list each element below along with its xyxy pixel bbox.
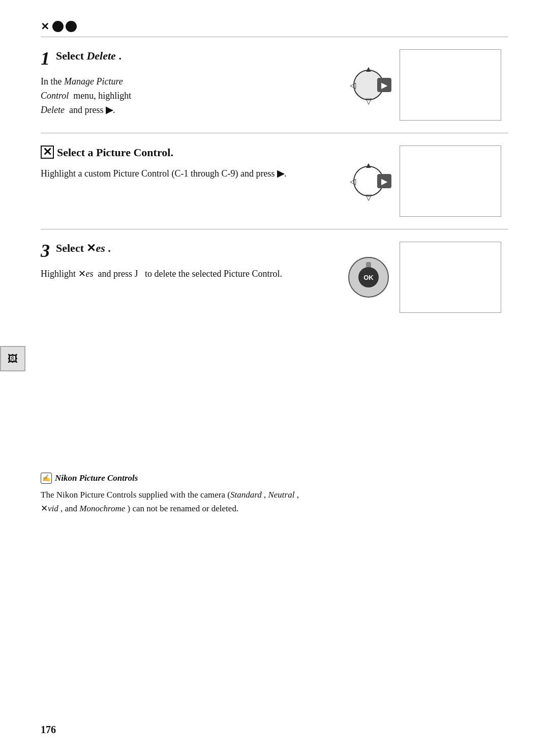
dpad-right-arrow: ▶ bbox=[381, 80, 387, 90]
dpad-bottom-btn: ▽ bbox=[361, 94, 376, 108]
step-1-body-text: In the Manage PictureControl menu, highl… bbox=[41, 76, 131, 115]
note-title-row: ✍ Nikon Picture Controls bbox=[41, 473, 508, 484]
header-circles bbox=[52, 21, 77, 32]
step-1-diagram: ▲ ▽ ◁ ▶ bbox=[346, 62, 391, 108]
header-x-icon: ✕ bbox=[41, 20, 49, 33]
step-1-title-suffix: . bbox=[118, 49, 121, 62]
dpad-left-btn: ◁ bbox=[346, 78, 360, 92]
step-3-right: OK bbox=[346, 242, 508, 313]
step-3-italic: es bbox=[96, 242, 105, 254]
step-2-body: Highlight a custom Picture Control (C-1 … bbox=[41, 167, 336, 181]
dpad2-up-arrow: ▲ bbox=[364, 161, 373, 170]
step-1-arrow: ▶ bbox=[106, 105, 113, 115]
circle-1 bbox=[52, 21, 64, 32]
step-2-right: ▲ ▽ ◁ ▶ bbox=[346, 146, 508, 217]
step-1-title-italic: Delete bbox=[86, 49, 115, 62]
dpad2-right-arrow: ▶ bbox=[381, 177, 387, 186]
step-3-image-box bbox=[400, 242, 501, 313]
step-3-number: 3 bbox=[41, 242, 50, 260]
step-1-body: In the Manage PictureControl menu, highl… bbox=[41, 75, 336, 118]
step-2-arrow: ▶ bbox=[277, 168, 284, 179]
step-3-title-row: 3 Select ✕es . bbox=[41, 242, 336, 260]
note-neutral: Neutral bbox=[268, 490, 294, 500]
step-2-body-text: Highlight a custom Picture Control (C-1 … bbox=[41, 168, 286, 179]
step-2-dpad: ▲ ▽ ◁ ▶ bbox=[346, 158, 391, 204]
step-3-left: 3 Select ✕es . Highlight ✕es and press J… bbox=[41, 242, 346, 281]
step-1-title-prefix: Select bbox=[56, 49, 84, 62]
sidebar-tab[interactable]: 🖼 bbox=[0, 346, 25, 371]
step-1-italic2: Delete bbox=[41, 105, 65, 115]
dpad2-bottom-btn: ▽ bbox=[361, 190, 376, 204]
step-3-section: 3 Select ✕es . Highlight ✕es and press J… bbox=[41, 229, 508, 325]
circle-2 bbox=[66, 21, 77, 32]
step-3-symbol: ✕ bbox=[86, 242, 96, 254]
dpad-up-arrow: ▲ bbox=[364, 65, 373, 74]
page-number: 176 bbox=[41, 724, 56, 736]
step-1-title-row: 1 Select Delete . bbox=[41, 49, 336, 68]
step-3-body-italic: es bbox=[86, 269, 94, 279]
step-1-image-box bbox=[400, 49, 501, 121]
note-vivid: vid bbox=[48, 504, 58, 513]
dpad2-left-arrow: ◁ bbox=[350, 177, 356, 186]
step-2-checkbox: ✕ bbox=[41, 146, 54, 159]
dpad-top-btn: ▲ bbox=[361, 62, 376, 76]
step-2-image-box bbox=[400, 146, 501, 217]
step-2-section: ✕ Select a Picture Control. Highlight a … bbox=[41, 133, 508, 229]
dpad2-down-arrow: ▽ bbox=[365, 192, 372, 202]
step-2-diagram: ▲ ▽ ◁ ▶ bbox=[346, 158, 391, 204]
step-3-prefix: Select bbox=[56, 242, 84, 254]
note-body-text: The Nikon Picture Controls supplied with… bbox=[41, 490, 299, 513]
dpad2-top-btn: ▲ bbox=[361, 158, 376, 172]
step-1-italic1: Manage PictureControl bbox=[41, 76, 123, 101]
step-3-body-text: Highlight ✕es and press J to delete the … bbox=[41, 269, 282, 279]
step-2-title: Select a Picture Control. bbox=[57, 146, 173, 159]
dpad-left-arrow: ◁ bbox=[350, 80, 356, 90]
note-symbol: ✕ bbox=[41, 504, 48, 513]
step-1-right: ▲ ▽ ◁ ▶ bbox=[346, 49, 508, 121]
ok-dial-inner: OK bbox=[358, 267, 379, 287]
step-3-diagram: OK bbox=[346, 254, 391, 300]
step-3-suffix: . bbox=[108, 242, 111, 254]
step-1-number: 1 bbox=[41, 49, 50, 68]
step-1-section: 1 Select Delete . In the Manage PictureC… bbox=[41, 37, 508, 133]
dpad-right-btn: ▶ bbox=[377, 78, 391, 92]
dpad2-right-btn: ▶ bbox=[377, 174, 391, 188]
step-3-title: Select ✕es . bbox=[56, 242, 111, 255]
note-body: The Nikon Picture Controls supplied with… bbox=[41, 488, 508, 515]
step-1-title: Select Delete . bbox=[56, 49, 121, 63]
note-standard: Standard bbox=[230, 490, 262, 500]
dpad-down-arrow: ▽ bbox=[365, 96, 372, 106]
note-title-text: Nikon Picture Controls bbox=[55, 473, 138, 483]
bottom-note: ✍ Nikon Picture Controls The Nikon Pictu… bbox=[41, 468, 508, 515]
step-1-left: 1 Select Delete . In the Manage PictureC… bbox=[41, 49, 346, 118]
note-icon: ✍ bbox=[41, 473, 52, 484]
step-2-title-row: ✕ Select a Picture Control. bbox=[41, 146, 336, 160]
ok-label: OK bbox=[363, 274, 374, 281]
header-icons: ✕ bbox=[41, 20, 508, 33]
step-1-dpad: ▲ ▽ ◁ ▶ bbox=[346, 62, 391, 108]
dpad2-left-btn: ◁ bbox=[346, 174, 360, 188]
step-3-body: Highlight ✕es and press J to delete the … bbox=[41, 267, 336, 281]
step-2-left: ✕ Select a Picture Control. Highlight a … bbox=[41, 146, 346, 181]
sidebar-tab-icon: 🖼 bbox=[8, 353, 18, 365]
ok-dial: OK bbox=[346, 254, 391, 300]
step-3-body-symbol: ✕ bbox=[78, 269, 86, 279]
note-monochrome: Monochrome bbox=[79, 504, 125, 513]
